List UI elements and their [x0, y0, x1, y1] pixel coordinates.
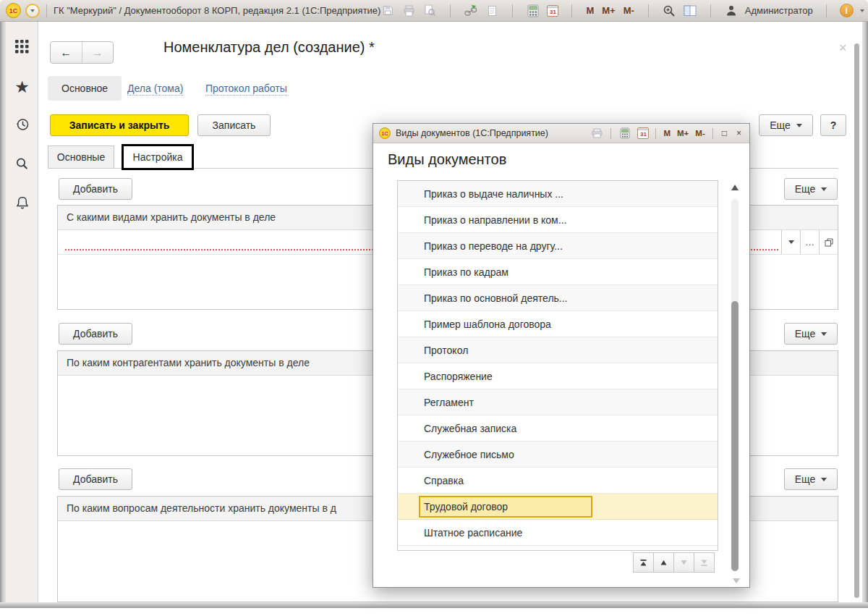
- back-button[interactable]: ←: [51, 42, 82, 63]
- add-button[interactable]: Добавить: [59, 323, 132, 345]
- print-icon[interactable]: [590, 126, 604, 140]
- sidebar-item-history[interactable]: [6, 110, 38, 142]
- calendar-icon[interactable]: 31: [547, 5, 558, 17]
- 1c-logo-icon: 1С: [379, 127, 391, 139]
- zoom-icon[interactable]: [662, 4, 676, 18]
- choose-button[interactable]: …: [800, 230, 819, 254]
- calendar-day: 31: [640, 130, 647, 138]
- calendar-icon[interactable]: 31: [637, 127, 649, 139]
- dialog-heading: Виды документов: [388, 151, 506, 168]
- search-icon: [14, 156, 30, 174]
- move-down-button[interactable]: [673, 552, 694, 573]
- dropdown-caret-icon: [821, 332, 827, 336]
- main-menu-button[interactable]: [25, 4, 40, 18]
- move-up-icon: [660, 559, 668, 567]
- form-close-button[interactable]: ×: [839, 41, 847, 56]
- list-item[interactable]: Приказ о выдаче наличных ...: [398, 181, 718, 207]
- info-icon[interactable]: i: [840, 4, 854, 17]
- dialog-scrollbar[interactable]: [728, 182, 742, 573]
- link-icon[interactable]: [464, 4, 478, 18]
- more-label: Еще: [795, 328, 816, 339]
- forward-button[interactable]: →: [82, 42, 114, 63]
- sidebar-item-menu[interactable]: [6, 32, 38, 64]
- tab-settings[interactable]: Настройка: [122, 144, 194, 170]
- add-button[interactable]: Добавить: [59, 178, 132, 200]
- window-frame-left: [0, 22, 6, 608]
- separator: [571, 4, 572, 17]
- list-item[interactable]: Штатное расписание: [398, 520, 718, 546]
- scrollbar-thumb[interactable]: [731, 301, 739, 571]
- save-icon[interactable]: [380, 4, 395, 18]
- more-button[interactable]: Еще: [759, 114, 813, 136]
- sidebar-item-favorites[interactable]: ★: [6, 71, 38, 103]
- memory-m-plus-button[interactable]: M+: [676, 129, 689, 138]
- memory-m-minus-button[interactable]: M-: [623, 5, 635, 16]
- nav-link-main[interactable]: Основное: [48, 76, 122, 101]
- tab-main[interactable]: Основные: [48, 145, 114, 169]
- list-item[interactable]: Приказ по кадрам: [398, 259, 718, 285]
- open-in-window-icon: [825, 238, 833, 247]
- separator: [450, 4, 451, 17]
- separator: [648, 4, 649, 17]
- document-copy-icon[interactable]: [485, 4, 499, 18]
- help-button[interactable]: ?: [820, 114, 846, 136]
- list-item[interactable]: Регламент: [398, 389, 718, 415]
- scroll-up-icon[interactable]: [731, 185, 739, 190]
- section-more-button[interactable]: Еще: [784, 323, 838, 345]
- memory-m-minus-button[interactable]: M-: [694, 129, 705, 138]
- scrollbar-thumb[interactable]: [854, 43, 859, 598]
- scroll-down-icon[interactable]: [733, 578, 740, 583]
- sidebar-item-search[interactable]: [6, 149, 38, 181]
- section-more-button[interactable]: Еще: [784, 468, 838, 490]
- separator: [610, 128, 611, 139]
- current-user[interactable]: Администратор: [745, 5, 813, 16]
- list-item[interactable]: Справка: [398, 468, 718, 494]
- user-icon: [724, 4, 739, 18]
- list-item[interactable]: Трудовой договор: [398, 494, 718, 520]
- list-item[interactable]: Приказ о направлении в ком...: [398, 207, 718, 233]
- selected-cell[interactable]: Трудовой договор: [419, 496, 592, 518]
- list-item[interactable]: Распоряжение: [398, 363, 718, 389]
- app-titlebar: 1С ГК "Меркурий" / Документооборот 8 КОР…: [0, 0, 868, 22]
- move-to-bottom-button[interactable]: [694, 552, 715, 573]
- move-to-bottom-icon: [700, 559, 708, 567]
- memory-m-button[interactable]: M: [585, 5, 595, 16]
- document-types-list: Приказ о выдаче наличных ...Приказ о нап…: [397, 180, 718, 551]
- nav-link-worklog[interactable]: Протокол работы: [205, 82, 287, 96]
- dropdown-button[interactable]: [781, 230, 800, 254]
- list-item[interactable]: Приказ о переводе на другу...: [398, 233, 718, 259]
- print-preview-icon[interactable]: [422, 4, 437, 18]
- dialog-close-button[interactable]: ×: [734, 128, 744, 138]
- move-up-button[interactable]: [653, 552, 674, 573]
- nav-link-volumes[interactable]: Дела (тома): [127, 82, 183, 96]
- separator: [655, 128, 656, 139]
- add-button[interactable]: Добавить: [59, 468, 132, 490]
- separator: [712, 128, 713, 139]
- calendar-day: 31: [550, 8, 556, 16]
- list-item[interactable]: Служебная записка: [398, 415, 718, 442]
- open-button[interactable]: [819, 230, 838, 254]
- save-button[interactable]: Записать: [197, 114, 271, 136]
- info-dropdown-icon[interactable]: [860, 9, 864, 12]
- dropdown-caret-icon: [821, 478, 827, 481]
- list-item[interactable]: Протокол: [398, 337, 718, 363]
- move-to-top-button[interactable]: [633, 552, 654, 573]
- memory-m-button[interactable]: M: [663, 129, 671, 138]
- dialog-maximize-button[interactable]: □: [720, 128, 729, 138]
- list-move-buttons: [634, 552, 715, 573]
- list-item[interactable]: Пример шаблона договора: [398, 311, 718, 337]
- list-item[interactable]: Приказ по основной деятель...: [398, 285, 718, 311]
- calculator-icon[interactable]: [618, 126, 632, 140]
- chevron-down-icon: [788, 240, 794, 244]
- main-scrollbar[interactable]: [854, 41, 861, 602]
- split-columns-icon[interactable]: [683, 4, 697, 18]
- separator: [826, 4, 827, 17]
- 1c-logo-icon: 1С: [6, 3, 21, 18]
- print-icon[interactable]: [401, 4, 416, 18]
- calculator-icon[interactable]: [526, 4, 540, 18]
- save-and-close-button[interactable]: Записать и закрыть: [50, 114, 189, 136]
- sidebar-item-notifications[interactable]: [6, 188, 38, 220]
- list-item[interactable]: Служебное письмо: [398, 442, 718, 468]
- memory-m-plus-button[interactable]: M+: [601, 5, 616, 16]
- section-more-button[interactable]: Еще: [784, 178, 838, 200]
